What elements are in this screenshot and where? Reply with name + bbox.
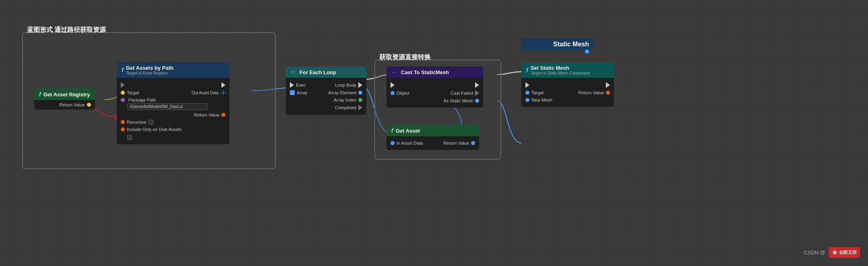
set-static-mesh-node[interactable]: f Set Static Mesh Target is Static Mesh … (521, 62, 614, 107)
get-asset-node[interactable]: f Get Asset In Asset Data Return Value (386, 125, 479, 150)
set-exec-in (525, 82, 529, 88)
include-disk-pin (121, 127, 125, 131)
array-element-pin (358, 91, 362, 95)
array-index-label: Array Index (334, 98, 356, 102)
loop-body-pin (358, 82, 362, 88)
cast-failed-label: Cast Failed (451, 91, 473, 96)
in-asset-data-label: In Asset Data (397, 141, 423, 145)
object-pin (391, 91, 395, 95)
cast-exec-in (391, 82, 395, 88)
loop-body-label: Loop Body (335, 83, 356, 87)
set-return-label: Return Value (579, 90, 604, 95)
return-value-label: Return Value (59, 102, 85, 107)
logo-text: 创新互联 (839, 249, 857, 256)
set-target-label: Target (531, 90, 544, 95)
exec-label: Exec (296, 83, 306, 87)
loop-icon: ⟳ (291, 69, 296, 75)
target-pin (121, 91, 125, 95)
exec-out-pin (221, 82, 225, 88)
include-disk-checkbox[interactable] (127, 135, 132, 140)
get-asset-title: Get Asset (396, 128, 420, 134)
set-return-pin (606, 91, 610, 95)
static-mesh-pin (585, 50, 589, 54)
target-label: Target (127, 90, 139, 95)
cast-failed-pin (475, 90, 479, 96)
cast-title: Cast To StaticMesh (401, 69, 449, 75)
out-asset-data-pin (221, 90, 225, 95)
return-value-label-2: Return Value (194, 112, 219, 117)
get-assets-subtitle: Target is Asset Registry (126, 71, 174, 75)
csdn-text: CSDN @ (804, 249, 825, 256)
for-each-title: For Each Loop (300, 69, 336, 75)
object-label: Object (397, 91, 409, 96)
set-exec-out (606, 82, 610, 88)
array-label: Array (297, 90, 307, 95)
as-static-mesh-pin (475, 99, 479, 103)
include-disk-label: Include Only on Disk Assets (127, 127, 182, 132)
return-value-dot (87, 103, 91, 107)
static-mesh-label: Static Mesh (526, 41, 589, 48)
recursive-pin (121, 120, 125, 124)
set-target-pin (525, 91, 529, 95)
get-asset-return-pin (471, 141, 475, 145)
get-assets-title: Get Assets by Path (126, 65, 174, 71)
return-value-pin: Return Value (59, 102, 91, 107)
func-icon: f (39, 91, 41, 98)
out-asset-data-label: Out Asset Data (192, 91, 219, 95)
cast-to-staticmesh-node[interactable]: ↔ Cast To StaticMesh Object Cast Failed (386, 66, 483, 108)
exec-in-pin (121, 82, 125, 88)
func-icon-4: f (526, 67, 528, 73)
cast-icon: ↔ (391, 69, 397, 75)
exec-in (290, 82, 294, 88)
logo: ★ 创新互联 (829, 247, 860, 258)
static-mesh-label-node: Static Mesh (521, 38, 594, 54)
set-static-mesh-title: Set Static Mesh (531, 65, 590, 71)
as-static-mesh-label: As Static Mesh (444, 98, 473, 103)
recursive-label: Recursive (127, 120, 147, 125)
get-asset-registry-node[interactable]: f Get Asset Registry Return Value (34, 89, 95, 110)
new-mesh-pin (525, 98, 529, 102)
set-static-mesh-subtitle: Target is Static Mesh Component (531, 71, 590, 75)
get-asset-return-label: Return Value (444, 141, 469, 145)
watermark: CSDN @ ★ 创新互联 (804, 247, 860, 258)
in-asset-data-pin (391, 141, 395, 145)
package-path-pin (121, 98, 125, 102)
func-icon-2: f (122, 67, 124, 73)
node-title: Get Asset Registry (43, 91, 90, 98)
package-path-input[interactable] (127, 103, 208, 110)
blueprint-group-title: 蓝图形式 通过路径获取资源 (27, 26, 106, 34)
array-pin (290, 90, 295, 95)
func-icon-3: f (391, 127, 393, 134)
array-element-label: Array Element (328, 90, 356, 95)
completed-pin (358, 105, 362, 110)
package-path-label: Package Path (128, 98, 156, 102)
array-index-pin (358, 98, 362, 102)
get-resource-group-title: 获取资源直接转换 (379, 53, 431, 62)
completed-label: Completed (335, 105, 356, 110)
recursive-checkbox[interactable] (149, 120, 153, 125)
get-assets-by-path-node[interactable]: f Get Assets by Path Target is Asset Reg… (117, 62, 229, 144)
for-each-loop-node[interactable]: ⟳ For Each Loop Exec Loop Body Array Arr… (286, 66, 366, 115)
new-mesh-label: New Mesh (531, 98, 552, 102)
return-value-pin-2 (221, 113, 225, 117)
cast-exec-out (475, 82, 479, 88)
